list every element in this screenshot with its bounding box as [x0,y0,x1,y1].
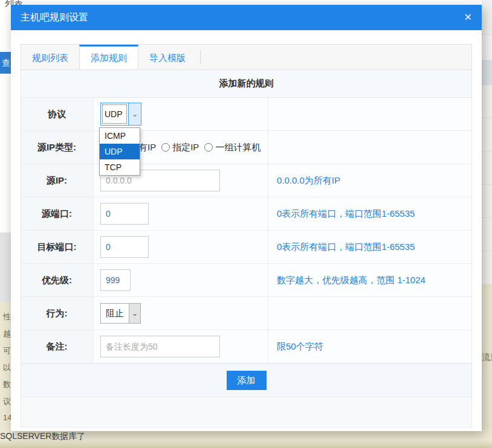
add-button[interactable]: 添加 [227,371,267,390]
form-row-behavior: 行为: 阻止 ⌄ [21,297,471,330]
form-row-source-ip: 源IP: 0.0.0.0为所有IP [21,164,471,197]
field-hint: 0表示所有端口，端口范围1-65535 [268,231,471,263]
modal-title: 主机吧规则设置 [21,11,88,24]
field-label: 备注: [21,330,93,363]
protocol-select-value: UDP [101,103,128,125]
tab-separator [200,50,201,64]
target-port-input[interactable] [100,236,149,258]
empty-panel [21,397,472,427]
field-hint [268,297,471,330]
background-char: 议 [3,396,11,407]
priority-input[interactable] [100,269,131,291]
remark-input[interactable] [100,336,220,357]
field-label: 优先级: [21,264,93,296]
tab-add-rule[interactable]: 添加规则 [79,45,138,69]
close-icon[interactable]: ✕ [464,13,472,22]
background-gray-strip [0,232,11,302]
radio-computer-group[interactable]: 一组计算机 [204,142,261,153]
form-footer: 添加 [21,363,471,397]
tab-rule-list[interactable]: 规则列表 [21,45,79,69]
behavior-select[interactable]: 阻止 ⌄ [100,303,141,324]
dropdown-option-icmp[interactable]: ICMP [100,128,140,144]
field-hint: 0表示所有端口，端口范围1-65535 [268,197,471,230]
form-caption: 添加新的规则 [21,70,471,98]
field-hint: 0.0.0.0为所有IP [268,164,471,197]
form-row-protocol: 协议 UDP ⌄ ICMP UDP TCP [21,98,471,131]
rule-settings-modal: 主机吧规则设置 ✕ 规则列表 添加规则 导入模版 添加新的规则 协议 UDP ⌄ [11,5,482,431]
radio-label: 一组计算机 [215,142,261,153]
modal-header: 主机吧规则设置 ✕ [11,5,482,30]
background-char: 越 [3,328,11,339]
field-hint [268,131,471,164]
dropdown-option-tcp[interactable]: TCP [100,159,140,175]
field-hint [268,98,471,130]
background-char: 性 [3,312,11,322]
radio-icon [204,143,213,152]
form-row-source-ip-type: 源IP类型: 所有IP 指定IP 一组计算机 [21,131,471,164]
background-char: 14 [3,413,11,422]
field-label: 源IP类型: [21,131,93,164]
protocol-dropdown-list: ICMP UDP TCP [99,127,140,176]
radio-label: 指定IP [172,142,199,153]
background-char: 数 [3,379,11,390]
field-label: 行为: [21,297,93,330]
background-right-strip [482,0,492,448]
field-label: 目标端口: [21,231,93,263]
form-row-target-port: 目标端口: 0表示所有端口，端口范围1-65535 [21,231,471,264]
protocol-select[interactable]: UDP ⌄ [100,103,141,126]
background-text-fragment: SQLSERVER数据库了 [0,431,85,442]
chevron-down-icon: ⌄ [128,103,141,125]
tab-bar: 规则列表 添加规则 导入模版 [21,44,472,69]
field-label: 源端口: [21,197,93,230]
background-button-fragment: 查 [0,52,11,74]
add-rule-form: 添加新的规则 协议 UDP ⌄ ICMP UDP TCP [21,69,472,397]
behavior-select-value: 阻止 [101,304,129,323]
field-label: 协议 [21,98,93,130]
form-row-source-port: 源端口: 0表示所有端口，端口范围1-65535 [21,197,471,231]
background-char: 可 [3,345,11,356]
source-port-input[interactable] [100,203,149,225]
radio-icon [161,143,170,152]
chevron-down-icon: ⌄ [129,304,140,323]
form-row-priority: 优先级: 数字越大，优先级越高，范围 1-1024 [21,264,471,297]
background-char: 以 [3,362,11,373]
field-label: 源IP: [21,164,93,197]
form-row-remark: 备注: 限50个字符 [21,330,471,363]
field-hint: 限50个字符 [268,330,471,363]
tab-import-template[interactable]: 导入模版 [138,45,196,69]
radio-specified-ip[interactable]: 指定IP [161,142,199,153]
background-text-fragment: 流量 [482,352,492,363]
field-hint: 数字越大，优先级越高，范围 1-1024 [268,264,471,296]
dropdown-option-udp[interactable]: UDP [100,144,140,159]
background-left-strip: 性 越 可 以 数 议 14 [0,302,11,448]
